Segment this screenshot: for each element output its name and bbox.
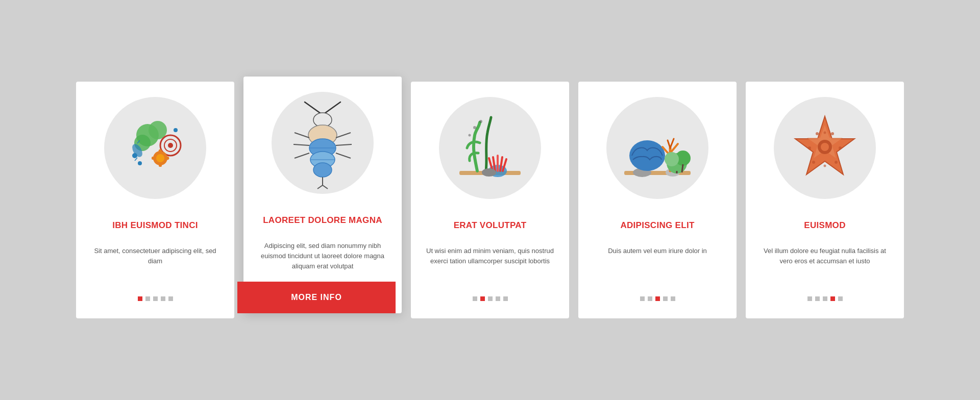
card-3: ERAT VOLUTPAT Ut wisi enim ad minim veni…	[411, 82, 569, 318]
svg-line-36	[317, 185, 323, 189]
svg-point-72	[835, 161, 838, 164]
svg-line-34	[336, 153, 351, 158]
card-3-title: ERAT VOLUTPAT	[454, 213, 527, 238]
card-4-title: ADIPISCING ELIT	[620, 213, 694, 238]
card-1: IBH EUISMOD TINCI Sit amet, consectetuer…	[76, 82, 234, 318]
dot	[830, 296, 835, 301]
card-3-icon-circle	[439, 97, 541, 199]
dot	[640, 296, 645, 301]
dot	[815, 296, 820, 301]
card-4: ADIPISCING ELIT Duis autem vel eum iriur…	[578, 82, 737, 318]
dot	[488, 296, 493, 301]
svg-point-74	[824, 164, 826, 167]
coral-icon	[617, 107, 698, 189]
dot	[473, 296, 477, 301]
dot	[663, 296, 668, 301]
svg-line-30	[293, 144, 309, 145]
card-4-icon-circle	[606, 97, 708, 199]
svg-rect-10	[152, 157, 156, 160]
card-5-dots	[807, 296, 843, 301]
svg-line-37	[323, 185, 328, 189]
svg-point-46	[479, 120, 482, 123]
dot	[648, 296, 652, 301]
dot	[145, 296, 150, 301]
dot	[807, 296, 812, 301]
card-2-title: LAOREET DOLORE MAGNA	[263, 208, 382, 233]
card-5: EUISMOD Vel illum dolore eu feugiat null…	[746, 82, 904, 318]
dot	[503, 296, 508, 301]
dot	[138, 296, 142, 301]
card-1-title: IBH EUISMOD TINCI	[112, 213, 198, 238]
svg-line-32	[336, 133, 351, 138]
dot	[153, 296, 158, 301]
svg-point-26	[313, 163, 332, 177]
svg-line-29	[295, 133, 309, 138]
svg-point-5	[168, 143, 173, 148]
dot	[496, 296, 500, 301]
svg-point-45	[473, 126, 476, 129]
svg-point-68	[831, 132, 834, 135]
svg-point-73	[824, 131, 826, 134]
dot	[671, 296, 675, 301]
svg-point-69	[808, 146, 811, 149]
card-2-text: Adipiscing elit, sed diam nonummy nibh e…	[256, 241, 389, 271]
card-1-dots	[138, 296, 173, 301]
cards-container: IBH EUISMOD TINCI Sit amet, consectetuer…	[56, 66, 924, 334]
svg-line-33	[336, 144, 352, 145]
svg-point-66	[821, 143, 829, 151]
dot	[655, 296, 660, 301]
starfish-icon	[784, 107, 866, 189]
svg-point-47	[469, 134, 471, 136]
svg-rect-9	[159, 163, 162, 167]
microbes-icon	[114, 107, 196, 189]
svg-line-31	[295, 153, 309, 158]
dot	[838, 296, 843, 301]
dot	[823, 296, 827, 301]
seaweed-icon	[449, 107, 531, 189]
more-info-button[interactable]: MORE INFO	[237, 282, 396, 313]
dot	[168, 296, 173, 301]
card-2: LAOREET DOLORE MAGNA Adipiscing elit, se…	[243, 77, 402, 313]
svg-point-67	[816, 132, 819, 135]
svg-line-57	[670, 139, 674, 148]
card-2-icon-circle	[272, 92, 374, 194]
card-3-text: Ut wisi enim ad minim veniam, quis nostr…	[423, 246, 557, 286]
card-5-title: EUISMOD	[804, 213, 845, 238]
card-3-dots	[473, 296, 508, 301]
svg-point-16	[174, 128, 178, 132]
svg-point-71	[812, 161, 815, 164]
card-1-icon-circle	[104, 97, 206, 199]
svg-point-60	[665, 152, 679, 166]
card-4-text: Duis autem vel eum iriure dolor in	[608, 246, 707, 286]
dot	[161, 296, 165, 301]
dot	[480, 296, 485, 301]
bug-icon	[284, 99, 361, 186]
card-5-text: Vel illum dolore eu feugiat nulla facili…	[758, 246, 892, 286]
card-4-dots	[640, 296, 675, 301]
card-5-icon-circle	[774, 97, 876, 199]
svg-point-15	[138, 161, 142, 165]
svg-point-52	[629, 140, 665, 171]
svg-line-56	[668, 140, 670, 148]
svg-line-62	[682, 164, 683, 172]
svg-point-7	[156, 154, 164, 162]
card-1-text: Sit amet, consectetuer adipiscing elit, …	[88, 246, 222, 286]
svg-point-70	[839, 146, 842, 149]
svg-point-48	[482, 168, 496, 177]
